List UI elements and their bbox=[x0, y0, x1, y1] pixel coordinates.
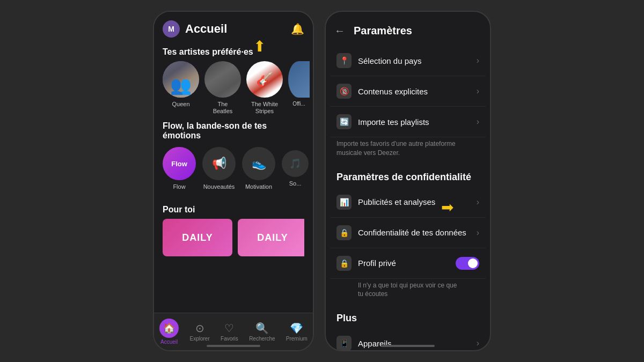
flow-label: Flow bbox=[171, 160, 187, 168]
queen-bg: 👥 bbox=[163, 61, 199, 98]
toggle-container bbox=[456, 257, 479, 270]
settings-item-label-playlists: Importe tes playlists bbox=[358, 117, 477, 127]
partial-artist-bg bbox=[288, 61, 310, 98]
playlists-icon: 🔄 bbox=[336, 114, 352, 129]
app-title: Accueil bbox=[185, 22, 227, 36]
profil-prive-toggle[interactable] bbox=[456, 257, 479, 270]
chevron-pays: › bbox=[477, 56, 479, 65]
whitestripes-bg: 🎸 bbox=[246, 61, 283, 98]
bottom-indicator-right bbox=[381, 345, 435, 347]
extra-icon: 🎵 bbox=[289, 158, 301, 169]
nav-item-premium[interactable]: 💎 Premium bbox=[286, 322, 308, 342]
settings-item-label-pays: Sélection du pays bbox=[358, 56, 477, 65]
flow-section-title: Flow, la bande-son de tes émotions bbox=[163, 121, 304, 141]
flow-circle-nouveautes: 📢 bbox=[202, 147, 236, 180]
flow-row: Flow Flow 📢 Nouveautés 👟 bbox=[163, 147, 304, 190]
chevron-appareils: › bbox=[477, 338, 479, 348]
settings-item-explicites[interactable]: 🔞 Contenus explicites › bbox=[330, 76, 486, 107]
nav-label-recherche: Recherche bbox=[249, 336, 275, 342]
artist-name-beatles: TheBeatles bbox=[213, 101, 233, 115]
settings-list: 📍 Sélection du pays › 🔞 Contenus explici… bbox=[326, 46, 490, 350]
plus-section-title: Plus bbox=[330, 304, 486, 328]
privacy-section-title: Paramètres de confidentialité bbox=[330, 163, 486, 187]
flow-circle-main: Flow bbox=[163, 147, 196, 180]
nav-label-favoris: Favoris bbox=[221, 336, 238, 342]
artist-avatar-beatles bbox=[204, 61, 241, 98]
flow-item-name-motivation: Motivation bbox=[245, 183, 272, 190]
avatar[interactable]: M bbox=[163, 20, 180, 38]
nav-label-accueil: Accueil bbox=[160, 339, 178, 345]
profil-prive-note: Il n'y a que toi qui peux voir ce que tu… bbox=[330, 279, 486, 305]
flow-item-motivation[interactable]: 👟 Motivation bbox=[242, 147, 275, 190]
profil-prive-icon: 🔒 bbox=[336, 256, 352, 271]
bell-icon[interactable]: 🔔 bbox=[291, 23, 304, 35]
flow-circle-extra: 🎵 bbox=[282, 150, 309, 177]
left-phone: ⬆ M Accueil 🔔 Tes artistes préféré·es 👥 bbox=[153, 11, 314, 351]
explicites-icon: 🔞 bbox=[336, 84, 352, 99]
header-left: M Accueil bbox=[163, 20, 227, 38]
nav-item-explorer[interactable]: ⊙ Explorer bbox=[189, 322, 209, 342]
flow-item-extra[interactable]: 🎵 So... bbox=[282, 150, 309, 187]
pour-toi-section: Pour toi DAILY DAILY DA... bbox=[154, 194, 313, 256]
arrow-right-annotation: ➡ bbox=[441, 198, 453, 216]
settings-title: Paramètres bbox=[354, 25, 412, 37]
artists-row: 👥 Queen TheBeatles 🎸 bbox=[154, 61, 313, 115]
import-note: Importe tes favoris d'une autre platefor… bbox=[330, 137, 486, 163]
settings-item-profil-prive[interactable]: 🔒 Profil privé bbox=[330, 248, 486, 279]
settings-item-pub[interactable]: 📊 Publicités et analyses › bbox=[330, 187, 486, 218]
settings-item-playlists[interactable]: 🔄 Importe tes playlists › bbox=[330, 107, 486, 137]
settings-item-label-explicites: Contenus explicites bbox=[358, 87, 477, 96]
artist-item-beatles[interactable]: TheBeatles bbox=[204, 61, 241, 115]
screens-wrapper: ⬆ M Accueil 🔔 Tes artistes préféré·es 👥 bbox=[0, 0, 644, 362]
home-icon: 🏠 bbox=[159, 319, 179, 338]
settings-item-label-confidentialite: Confidentialité de tes données bbox=[358, 228, 477, 237]
confidentialite-icon: 🔒 bbox=[336, 225, 352, 240]
nav-item-favoris[interactable]: ♡ Favoris bbox=[221, 322, 238, 342]
premium-icon: 💎 bbox=[290, 322, 303, 335]
back-arrow-icon[interactable]: ← bbox=[334, 25, 345, 37]
daily-row: DAILY DAILY DA... bbox=[163, 219, 304, 256]
appareils-icon: 📱 bbox=[336, 336, 352, 350]
flow-item-nouveautes[interactable]: 📢 Nouveautés bbox=[202, 147, 236, 190]
pub-icon: 📊 bbox=[336, 195, 352, 210]
app-header: M Accueil 🔔 bbox=[154, 12, 313, 42]
artist-name-white-stripes: The WhiteStripes bbox=[251, 101, 278, 115]
artist-avatar-off bbox=[288, 61, 310, 98]
artist-name-off: Offi... bbox=[292, 101, 305, 107]
nouveautes-icon: 📢 bbox=[212, 157, 226, 171]
arrow-up-annotation: ⬆ bbox=[253, 38, 266, 55]
motivation-icon: 👟 bbox=[252, 157, 266, 171]
settings-header: ← Paramètres bbox=[326, 20, 490, 46]
chevron-playlists: › bbox=[477, 117, 479, 127]
settings-item-pays[interactable]: 📍 Sélection du pays › bbox=[330, 46, 486, 76]
daily-card-2[interactable]: DAILY bbox=[238, 219, 304, 256]
bottom-indicator-left bbox=[207, 345, 260, 347]
settings-item-label-pub: Publicités et analyses bbox=[358, 197, 477, 206]
artist-avatar-queen: 👥 bbox=[163, 61, 199, 98]
right-phone: ➡ ← Paramètres 📍 Sélection du pays › 🔞 C… bbox=[325, 11, 491, 351]
artist-avatar-white-stripes: 🎸 bbox=[246, 61, 283, 98]
pays-icon: 📍 bbox=[336, 53, 352, 68]
explorer-icon: ⊙ bbox=[195, 322, 204, 335]
flow-item-main[interactable]: Flow Flow bbox=[163, 147, 196, 190]
nav-label-premium: Premium bbox=[286, 336, 308, 342]
chevron-explicites: › bbox=[477, 86, 479, 96]
favoris-icon: ♡ bbox=[224, 322, 234, 335]
flow-item-name-flow: Flow bbox=[173, 183, 185, 190]
artist-name-queen: Queen bbox=[172, 101, 189, 108]
flow-item-name-extra: So... bbox=[289, 180, 302, 187]
artists-section-title: Tes artistes préféré·es bbox=[154, 42, 313, 61]
nav-label-explorer: Explorer bbox=[189, 336, 209, 342]
artist-item-white-stripes[interactable]: 🎸 The WhiteStripes bbox=[246, 61, 283, 115]
settings-screen: ← Paramètres 📍 Sélection du pays › 🔞 Con… bbox=[326, 12, 490, 350]
beatles-bg bbox=[204, 61, 241, 98]
flow-section: Flow, la bande-son de tes émotions Flow … bbox=[154, 115, 313, 194]
daily-card-1[interactable]: DAILY bbox=[163, 219, 232, 256]
artist-item-queen[interactable]: 👥 Queen bbox=[163, 61, 199, 115]
settings-item-label-profil-prive: Profil privé bbox=[358, 258, 456, 268]
pour-toi-title: Pour toi bbox=[163, 200, 304, 219]
nav-item-recherche[interactable]: 🔍 Recherche bbox=[249, 322, 275, 342]
artist-item-partial[interactable]: Offi... bbox=[288, 61, 310, 115]
settings-item-confidentialite[interactable]: 🔒 Confidentialité de tes données › bbox=[330, 218, 486, 248]
nav-item-accueil[interactable]: 🏠 Accueil bbox=[159, 319, 179, 345]
